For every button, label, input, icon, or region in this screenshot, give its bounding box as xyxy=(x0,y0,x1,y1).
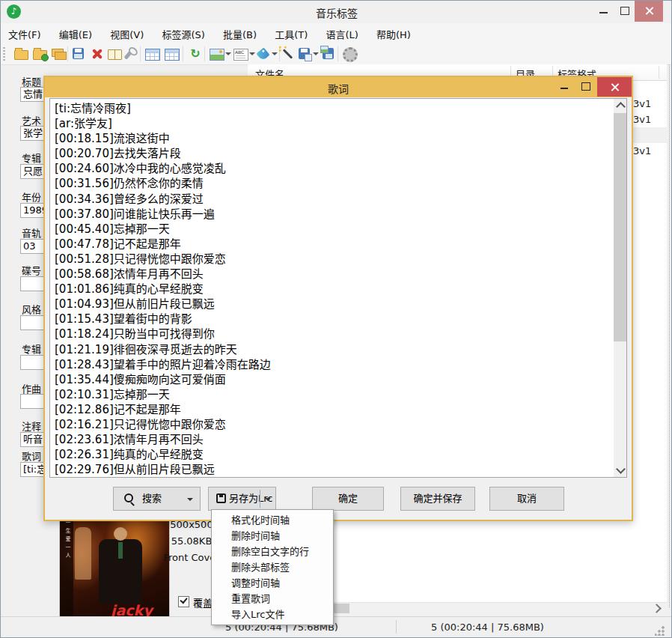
open-folder-icon[interactable] xyxy=(14,50,28,60)
overwrite-checkbox[interactable] xyxy=(178,596,189,607)
menu-file[interactable]: 文件(F) xyxy=(1,23,49,45)
tag-dropdown-icon[interactable] xyxy=(272,52,278,55)
menu-edit[interactable]: 编辑(E) xyxy=(52,23,100,45)
save-icon[interactable] xyxy=(73,48,84,59)
menu-item-reset-lyrics[interactable]: 重置歌词 xyxy=(212,591,333,607)
menu-help[interactable]: 帮助(H) xyxy=(369,23,418,45)
field-label-album: 专辑 xyxy=(22,151,41,165)
dialog-maximize-button[interactable] xyxy=(575,77,596,97)
menu-item-import-lrc[interactable]: 导入Lrc文件 xyxy=(212,607,333,622)
minimize-button[interactable] xyxy=(593,1,615,22)
menu-item-remove-timeline[interactable]: 删除时间轴 xyxy=(212,528,333,544)
delete-icon[interactable] xyxy=(91,48,103,59)
add-folder-icon[interactable] xyxy=(33,50,47,60)
menu-batch[interactable]: 批量(B) xyxy=(216,23,264,45)
menu-item-remove-header-tags[interactable]: 删除头部标签 xyxy=(212,559,333,575)
menu-item-format-timeline[interactable]: 格式化时间轴 xyxy=(212,512,333,528)
window-title: 音乐标签 xyxy=(1,5,672,20)
panel-splitter[interactable] xyxy=(669,64,671,607)
search-button[interactable]: 搜索 xyxy=(113,487,201,511)
menu-tag-source[interactable]: 标签源(S) xyxy=(154,23,212,45)
toolbar-grip xyxy=(3,47,5,61)
cancel-button[interactable]: 取消 xyxy=(489,487,564,511)
dialog-minimize-button[interactable] xyxy=(554,77,575,97)
field-label-album-artist: 专辑 xyxy=(22,341,41,356)
overwrite-checkbox-label: 覆盖 xyxy=(193,595,213,610)
lyrics-text-area[interactable]: [ti:忘情冷雨夜] [ar:张学友] [00:18.15]流浪这街中 [00:… xyxy=(49,98,627,478)
menu-view[interactable]: 视图(V) xyxy=(103,23,151,45)
save-lrc-menu: 格式化时间轴 删除时间轴 删除空白文字的行 删除头部标签 调整时间轴 重置歌词 … xyxy=(211,509,334,625)
field-label-genre: 风格 xyxy=(22,302,41,316)
settings-gear-icon[interactable] xyxy=(343,47,358,62)
ok-button[interactable]: 确定 xyxy=(312,487,384,511)
menu-language[interactable]: 语言(L) xyxy=(318,23,365,45)
vertical-scrollbar[interactable] xyxy=(614,99,626,477)
album-art-figure xyxy=(75,527,91,580)
dialog-title: 歌词 xyxy=(45,81,632,96)
status-selection: 5 (00:20:44 | 75.68MB) xyxy=(431,622,544,633)
cover-dropdown-icon[interactable] xyxy=(225,52,231,55)
search-icon xyxy=(124,493,133,502)
save-icon xyxy=(216,493,226,503)
scroll-down-icon[interactable] xyxy=(616,464,626,474)
book-icon[interactable] xyxy=(108,49,122,60)
album-art-singer xyxy=(99,539,142,604)
grid-view-icon[interactable] xyxy=(145,49,160,61)
menubar: 文件(F) 编辑(E) 视图(V) 标签源(S) 批量(B) 工具(T) 语言(… xyxy=(1,23,672,43)
save-as-lrc-button[interactable]: 另存为Lrc xyxy=(208,487,276,511)
save-lrc-dropdown-icon[interactable] xyxy=(265,498,271,501)
music-tag-app-window: ♪ 音乐标签 文件(F) 编辑(E) 视图(V) 标签源(S) 批量(B) 工具… xyxy=(0,0,672,638)
lyrics-text: [ti:忘情冷雨夜] [ar:张学友] [00:18.15]流浪这街中 [00:… xyxy=(55,101,271,478)
text-dropdown-icon[interactable] xyxy=(249,52,255,55)
search-dropdown-icon[interactable] xyxy=(187,498,193,501)
window-titlebar: ♪ 音乐标签 xyxy=(1,1,672,23)
resize-grip[interactable] xyxy=(655,625,665,636)
menu-item-remove-blank-lines[interactable]: 删除空白文字的行 xyxy=(212,544,333,559)
menu-item-adjust-timeline[interactable]: 调整时间轴 xyxy=(212,575,333,591)
text-abc-icon[interactable] xyxy=(233,49,248,61)
field-label-year: 年份 xyxy=(22,189,41,204)
table-view-icon[interactable] xyxy=(165,49,180,61)
save-cover-icon[interactable] xyxy=(323,48,334,59)
scroll-up-icon[interactable] xyxy=(616,102,626,112)
save-as-dropdown-icon[interactable] xyxy=(313,52,319,55)
field-label-track: 音轨 xyxy=(22,225,41,240)
refresh-icon[interactable]: ↻ xyxy=(188,46,203,61)
field-label-disc: 碟号 xyxy=(22,263,41,277)
field-label-comment: 注释 xyxy=(22,419,41,433)
vertical-scrollbar-thumb[interactable] xyxy=(614,113,626,341)
menu-tools[interactable]: 工具(T) xyxy=(267,23,315,45)
field-label-lyrics: 歌词 xyxy=(22,449,41,463)
save-as-icon[interactable] xyxy=(299,48,310,59)
dialog-titlebar: 歌词 xyxy=(45,77,632,97)
close-button[interactable] xyxy=(635,1,663,22)
cover-image-icon[interactable] xyxy=(210,49,224,61)
lyrics-dialog: 歌词 [ti:忘情冷雨夜] [ar:张学友] [00:18.15]流浪这街中 [… xyxy=(43,76,633,521)
dialog-close-button[interactable] xyxy=(597,77,632,97)
folders-icon[interactable] xyxy=(52,49,64,57)
ok-and-save-button[interactable]: 确定并保存 xyxy=(400,487,475,511)
maximize-button[interactable] xyxy=(614,1,636,22)
